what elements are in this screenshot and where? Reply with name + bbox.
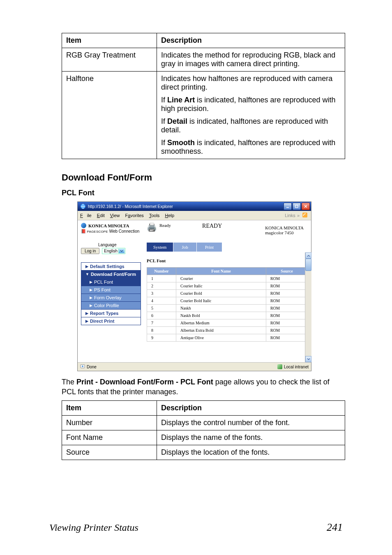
table-row: 8Albertus Extra BoldROM bbox=[147, 327, 308, 334]
description-table: Item Description NumberDisplays the cont… bbox=[62, 400, 345, 460]
desc-para: Indicates how halftones are reproduced w… bbox=[161, 74, 341, 92]
table-cell-desc: Displays the location of the fonts. bbox=[157, 445, 345, 460]
th-number: Number bbox=[147, 268, 176, 275]
zone-icon bbox=[277, 364, 282, 369]
table-cell-item: Source bbox=[62, 445, 157, 460]
footer-title: Viewing Printer Status bbox=[49, 522, 138, 533]
table-header-item: Item bbox=[62, 400, 157, 415]
window-title: http://192.168.1.2/ - Microsoft Internet… bbox=[88, 204, 173, 209]
halftone-table: Item Description RGB Gray Treatment Indi… bbox=[62, 33, 345, 159]
table-cell-item: Font Name bbox=[62, 430, 157, 445]
tab-system[interactable]: System bbox=[147, 243, 173, 252]
done-icon bbox=[80, 364, 85, 370]
window-maximize-button[interactable] bbox=[293, 203, 301, 210]
table-row: 1CourierROM bbox=[147, 275, 308, 282]
table-cell-desc: Indicates how halftones are reproduced w… bbox=[157, 72, 345, 159]
printer-status-icon: 🖨️ bbox=[147, 223, 157, 231]
svg-rect-1 bbox=[286, 207, 289, 208]
table-row: 2Courier ItalicROM bbox=[147, 282, 308, 290]
browser-statusbar: Done Local intranet bbox=[78, 362, 311, 371]
pagescope-label: 📕 PAGESCOPE Web Connection bbox=[81, 229, 141, 234]
browser-menubar: File Edit View Favorites Tools Help Link… bbox=[78, 211, 311, 220]
sidebar-item-default-settings[interactable]: ▶Default Settings bbox=[81, 262, 141, 271]
ready-big-label: READY bbox=[202, 223, 222, 229]
window-close-button[interactable] bbox=[302, 203, 310, 210]
menu-file[interactable]: File bbox=[80, 213, 92, 218]
table-row: 4Courier Bold ItalicROM bbox=[147, 297, 308, 305]
sidebar-item-ps-font[interactable]: ▶PS Font bbox=[81, 286, 141, 294]
svg-point-5 bbox=[82, 365, 83, 367]
menu-help[interactable]: Help bbox=[165, 213, 174, 218]
table-row: 5NaskhROM bbox=[147, 305, 308, 312]
svg-rect-2 bbox=[295, 205, 298, 208]
table-cell-desc: Displays the control number of the font. bbox=[157, 415, 345, 430]
page-footer: Viewing Printer Status 241 bbox=[49, 521, 343, 534]
window-minimize-button[interactable] bbox=[284, 203, 292, 210]
th-source: Source bbox=[266, 268, 308, 275]
status-text: Done bbox=[87, 365, 97, 369]
desc-para: If Detail is indicated, halftones are re… bbox=[161, 117, 341, 134]
brand-name: KONICA MINOLTA bbox=[88, 223, 129, 228]
body-paragraph: The Print - Download Font/Form - PCL Fon… bbox=[62, 377, 345, 397]
links-label[interactable]: Links bbox=[285, 213, 295, 218]
sidebar-item-report-types[interactable]: ▶Report Types bbox=[81, 309, 141, 317]
menu-view[interactable]: View bbox=[110, 213, 120, 218]
sidebar-item-form-overlay[interactable]: ▶Form Overlay bbox=[81, 294, 141, 302]
chevron-down-icon bbox=[118, 249, 125, 253]
sidebar-item-download-font-form[interactable]: ▼Download Font/Form bbox=[81, 270, 141, 278]
main-tabs: System Job Print bbox=[147, 243, 308, 252]
language-label: Language bbox=[98, 243, 117, 247]
window-titlebar: http://192.168.1.2/ - Microsoft Internet… bbox=[78, 202, 311, 211]
tab-job[interactable]: Job bbox=[173, 243, 196, 252]
section-heading: Download Font/Form bbox=[62, 172, 345, 183]
desc-para: If Line Art is indicated, halftones are … bbox=[161, 96, 341, 113]
table-row: 9Antique OliveROM bbox=[147, 334, 308, 342]
scroll-thumb[interactable] bbox=[305, 259, 311, 271]
tab-print[interactable]: Print bbox=[197, 243, 222, 252]
ready-label: Ready bbox=[159, 223, 171, 228]
zone-label: Local intranet bbox=[284, 365, 309, 369]
table-cell-item: RGB Gray Treatment bbox=[62, 48, 157, 72]
vertical-scrollbar[interactable] bbox=[305, 252, 311, 362]
table-cell-item: Number bbox=[62, 415, 157, 430]
th-fontname: Font Name bbox=[176, 268, 266, 275]
table-header-desc: Description bbox=[157, 400, 345, 415]
table-row: 7Albertus MediumROM bbox=[147, 319, 308, 327]
menu-favorites[interactable]: Favorites bbox=[125, 213, 144, 218]
app-sidebar: KONICA MINOLTA 📕 PAGESCOPE Web Connectio… bbox=[78, 220, 143, 362]
table-cell-desc: Indicates the method for reproducing RGB… bbox=[157, 48, 345, 72]
content-title: PCL Font bbox=[147, 258, 308, 263]
table-header-desc: Description bbox=[157, 33, 345, 48]
scroll-up-icon[interactable] bbox=[305, 252, 311, 259]
sidebar-item-color-profile[interactable]: ▶Color Profile bbox=[81, 301, 141, 310]
ie-icon bbox=[80, 204, 86, 209]
menu-edit[interactable]: Edit bbox=[97, 213, 105, 218]
table-cell-desc: Displays the name of the fonts. bbox=[157, 430, 345, 445]
sub-heading: PCL Font bbox=[62, 189, 345, 197]
login-button[interactable]: Log in bbox=[81, 248, 99, 254]
language-select[interactable]: English bbox=[102, 248, 125, 254]
menu-tools[interactable]: Tools bbox=[149, 213, 160, 218]
svg-rect-3 bbox=[302, 213, 307, 217]
browser-window: http://192.168.1.2/ - Microsoft Internet… bbox=[77, 201, 311, 371]
throbber-icon bbox=[301, 212, 309, 219]
table-row: 6Naskh BoldROM bbox=[147, 312, 308, 319]
desc-para: If Smooth is indicated, halftones are re… bbox=[161, 139, 341, 156]
model-info: KONICA MINOLTA magicolor 7450 bbox=[265, 225, 304, 235]
sidebar-item-pcl-font[interactable]: ▶PCL Font bbox=[81, 278, 141, 286]
pcl-font-table: Number Font Name Source 1CourierROM 2Cou… bbox=[147, 267, 308, 342]
table-row: 3Courier BoldROM bbox=[147, 290, 308, 297]
scroll-down-icon[interactable] bbox=[305, 356, 311, 362]
sidebar-item-direct-print[interactable]: ▶Direct Print bbox=[81, 317, 141, 325]
table-cell-item: Halftone bbox=[62, 72, 157, 159]
brand-logo-icon bbox=[81, 223, 86, 228]
table-header-item: Item bbox=[62, 33, 157, 48]
links-chevron-icon[interactable]: » bbox=[297, 213, 300, 218]
page-number: 241 bbox=[327, 521, 343, 534]
app-main: 🖨️ Ready READY KONICA MINOLTA magicolor … bbox=[143, 220, 311, 362]
